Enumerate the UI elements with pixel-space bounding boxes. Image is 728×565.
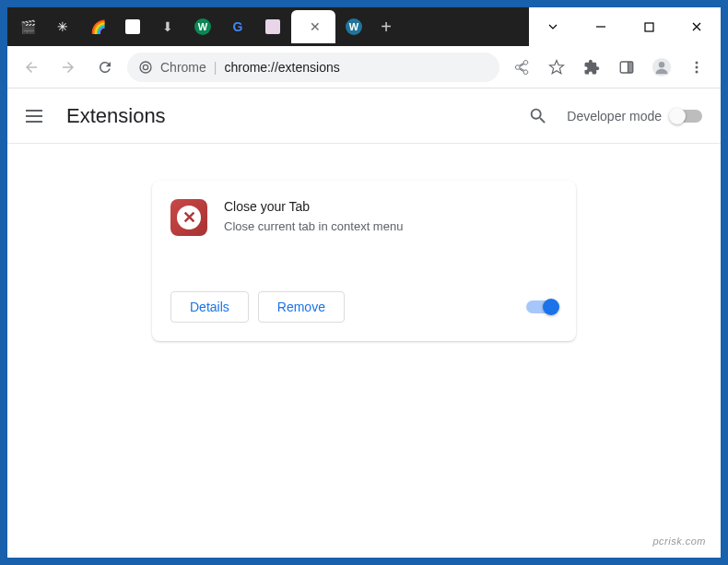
extension-card: ✕ Close your Tab Close current tab in co… <box>152 181 576 341</box>
extension-description: Close current tab in context menu <box>224 219 403 233</box>
chevron-down-icon[interactable] <box>529 7 577 46</box>
tab-close-icon[interactable]: ✕ <box>310 19 321 34</box>
svg-point-9 <box>696 61 699 64</box>
tab-icon-doc <box>125 19 140 34</box>
browser-tab-active[interactable]: ✕ <box>291 10 335 43</box>
menu-icon[interactable] <box>682 53 711 82</box>
maximize-button[interactable] <box>625 7 673 46</box>
back-button[interactable] <box>17 53 46 82</box>
sidepanel-icon[interactable] <box>612 53 641 82</box>
hamburger-menu-icon[interactable] <box>26 105 48 127</box>
card-header: ✕ Close your Tab Close current tab in co… <box>170 199 558 236</box>
browser-tab[interactable]: ⬇ <box>151 10 184 43</box>
toolbar-icons <box>507 53 711 82</box>
browser-toolbar: Chrome | chrome://extensions <box>7 46 721 88</box>
address-bar[interactable]: Chrome | chrome://extensions <box>127 53 499 82</box>
svg-point-11 <box>696 70 699 73</box>
browser-tab[interactable]: ✳ <box>46 10 79 43</box>
search-icon[interactable] <box>528 106 548 126</box>
extension-info: Close your Tab Close current tab in cont… <box>224 199 403 236</box>
page-title: Extensions <box>66 104 510 128</box>
browser-tab[interactable]: W <box>337 10 370 43</box>
browser-tab[interactable]: W <box>186 10 219 43</box>
window-controls <box>529 7 721 46</box>
browser-tab[interactable]: G <box>221 10 254 43</box>
svg-point-3 <box>143 65 147 69</box>
close-window-button[interactable] <box>673 7 721 46</box>
share-icon[interactable] <box>507 53 536 82</box>
svg-rect-6 <box>628 62 633 73</box>
extensions-header: Extensions Developer mode <box>7 88 721 144</box>
browser-tab[interactable]: 🌈 <box>81 10 114 43</box>
browser-tab[interactable] <box>116 10 149 43</box>
new-tab-button[interactable]: + <box>372 17 400 38</box>
developer-mode-label: Developer mode <box>567 109 662 124</box>
extension-enable-toggle[interactable] <box>526 300 558 313</box>
browser-tab[interactable]: 🎬 <box>11 10 44 43</box>
forward-button[interactable] <box>53 53 83 82</box>
svg-point-8 <box>659 62 664 67</box>
profile-icon[interactable] <box>647 53 676 82</box>
tab-icon-film: 🎬 <box>19 18 36 35</box>
tab-icon-reel: ✳ <box>54 18 71 35</box>
reload-button[interactable] <box>90 53 120 82</box>
minimize-button[interactable] <box>577 7 625 46</box>
svg-rect-1 <box>645 23 653 31</box>
content-area: ✕ Close your Tab Close current tab in co… <box>7 144 721 558</box>
details-button[interactable]: Details <box>170 291 249 323</box>
watermark: pcrisk.com <box>652 536 706 547</box>
tab-icon-wordpress: W <box>346 18 362 35</box>
toggle-knob <box>543 299 559 315</box>
chrome-icon <box>138 60 153 75</box>
tab-icon-robot <box>265 19 280 34</box>
tab-icon-w: W <box>194 18 211 35</box>
card-actions: Details Remove <box>170 291 558 323</box>
tab-icon-rainbow: 🌈 <box>89 18 106 35</box>
developer-mode-toggle[interactable] <box>671 110 702 123</box>
address-prefix: Chrome <box>160 60 206 75</box>
tab-icon-google: G <box>229 18 246 35</box>
bookmark-icon[interactable] <box>542 53 571 82</box>
extension-icon: ✕ <box>170 199 207 236</box>
extension-name: Close your Tab <box>224 199 403 214</box>
developer-mode-control: Developer mode <box>567 109 702 124</box>
address-url: chrome://extensions <box>224 60 339 75</box>
toggle-knob <box>669 108 686 124</box>
browser-tab[interactable] <box>256 10 289 43</box>
close-x-icon: ✕ <box>177 206 201 230</box>
extensions-icon[interactable] <box>577 53 606 82</box>
address-separator: | <box>214 60 217 75</box>
tab-icon-download: ⬇ <box>159 18 176 35</box>
svg-point-2 <box>140 62 151 73</box>
svg-point-10 <box>696 65 699 68</box>
remove-button[interactable]: Remove <box>258 291 345 323</box>
